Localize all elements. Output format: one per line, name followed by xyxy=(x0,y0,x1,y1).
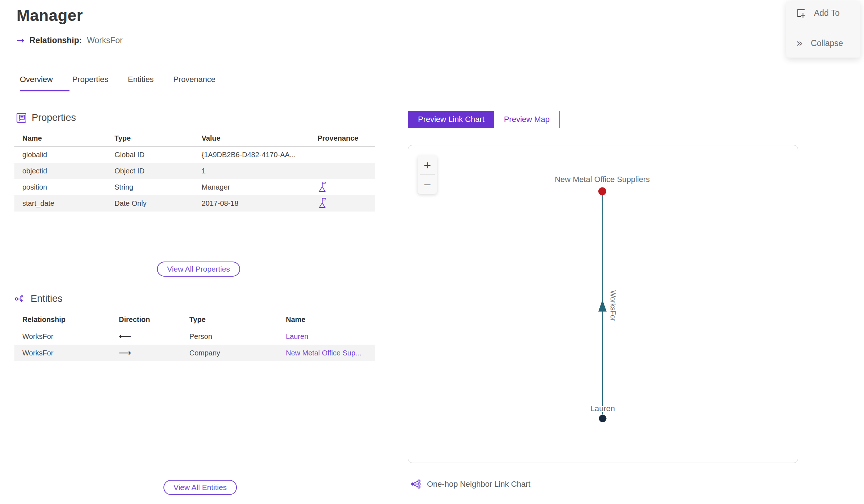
tab-entities[interactable]: Entities xyxy=(128,75,170,91)
actions-card: Add To » Collapse xyxy=(786,1,860,58)
entities-table-header: Relationship Direction Type Name xyxy=(14,312,375,328)
preview-link-chart-button[interactable]: Preview Link Chart xyxy=(408,111,494,128)
col-provenance: Provenance xyxy=(310,134,375,142)
collapse-icon: » xyxy=(796,38,803,49)
tab-bar: Overview Properties Entities Provenance xyxy=(20,75,235,91)
provenance-flag-icon[interactable] xyxy=(318,181,327,192)
col-relationship: Relationship xyxy=(14,315,111,324)
provenance-flag-icon[interactable] xyxy=(318,197,327,209)
col-type: Type xyxy=(107,134,194,142)
entities-section-header: Entities xyxy=(14,293,63,304)
zoom-control: + − xyxy=(418,155,437,194)
tab-overview[interactable]: Overview xyxy=(20,75,69,91)
properties-table-header: Name Type Value Provenance xyxy=(14,130,375,147)
edge-arrowhead-icon xyxy=(598,300,607,312)
collapse-label: Collapse xyxy=(811,38,843,48)
properties-table: Name Type Value Provenance globalid Glob… xyxy=(14,130,375,212)
link-chart-canvas[interactable]: + − WorksFor New Metal Office Suppliers … xyxy=(408,145,798,463)
zoom-out-button[interactable]: − xyxy=(418,175,437,194)
edge-label: WorksFor xyxy=(609,290,617,321)
table-row: position String Manager xyxy=(14,179,375,195)
node-label-person: Lauren xyxy=(590,404,615,413)
node-person[interactable] xyxy=(599,415,607,422)
breadcrumb: → Relationship: WorksFor xyxy=(17,35,123,46)
col-direction: Direction xyxy=(111,315,181,324)
col-name: Name xyxy=(14,134,107,142)
preview-toggle: Preview Link Chart Preview Map xyxy=(408,111,560,128)
col-value: Value xyxy=(194,134,310,142)
entities-section-title: Entities xyxy=(31,293,63,304)
tab-properties[interactable]: Properties xyxy=(72,75,125,91)
node-company[interactable] xyxy=(598,187,606,195)
view-all-properties-button[interactable]: View All Properties xyxy=(157,262,240,277)
properties-section-header: Properties xyxy=(16,112,76,123)
entities-table: Relationship Direction Type Name WorksFo… xyxy=(14,312,375,361)
direction-left-arrow-icon: ⟵ xyxy=(111,331,181,341)
relationship-value: WorksFor xyxy=(87,36,122,45)
chart-caption-label: One-hop Neighbor Link Chart xyxy=(427,480,530,489)
table-row: WorksFor ⟶ Company New Metal Office Sup.… xyxy=(14,345,375,361)
preview-map-button[interactable]: Preview Map xyxy=(494,111,559,128)
link-chart-svg: WorksFor New Metal Office Suppliers Laur… xyxy=(408,145,798,463)
entity-link-lauren[interactable]: Lauren xyxy=(286,332,308,340)
col-type: Type xyxy=(181,315,278,324)
properties-icon xyxy=(16,112,27,123)
zoom-in-button[interactable]: + xyxy=(418,155,437,174)
entity-link-company[interactable]: New Metal Office Sup... xyxy=(286,349,361,357)
add-to-button[interactable]: Add To xyxy=(796,8,840,18)
chart-caption: One-hop Neighbor Link Chart xyxy=(410,478,530,490)
col-name: Name xyxy=(278,315,375,324)
node-label-company: New Metal Office Suppliers xyxy=(555,175,650,184)
one-hop-link-chart-icon xyxy=(410,478,422,490)
table-row: start_date Date Only 2017-08-18 xyxy=(14,195,375,212)
direction-right-arrow-icon: ⟶ xyxy=(111,348,181,358)
collapse-button[interactable]: » Collapse xyxy=(796,38,843,49)
add-to-icon xyxy=(796,8,806,18)
table-row: globalid Global ID {1A9DB2B6-D482-4170-A… xyxy=(14,147,375,163)
relationship-label: Relationship: xyxy=(30,36,82,45)
page-title: Manager xyxy=(17,6,83,24)
relationship-arrow-icon: → xyxy=(17,35,24,46)
view-all-entities-button[interactable]: View All Entities xyxy=(163,480,237,495)
add-to-label: Add To xyxy=(814,8,840,18)
tab-provenance[interactable]: Provenance xyxy=(173,75,232,91)
properties-section-title: Properties xyxy=(32,112,76,123)
table-row: objectid Object ID 1 xyxy=(14,163,375,179)
table-row: WorksFor ⟵ Person Lauren xyxy=(14,328,375,345)
entities-icon xyxy=(14,293,26,304)
